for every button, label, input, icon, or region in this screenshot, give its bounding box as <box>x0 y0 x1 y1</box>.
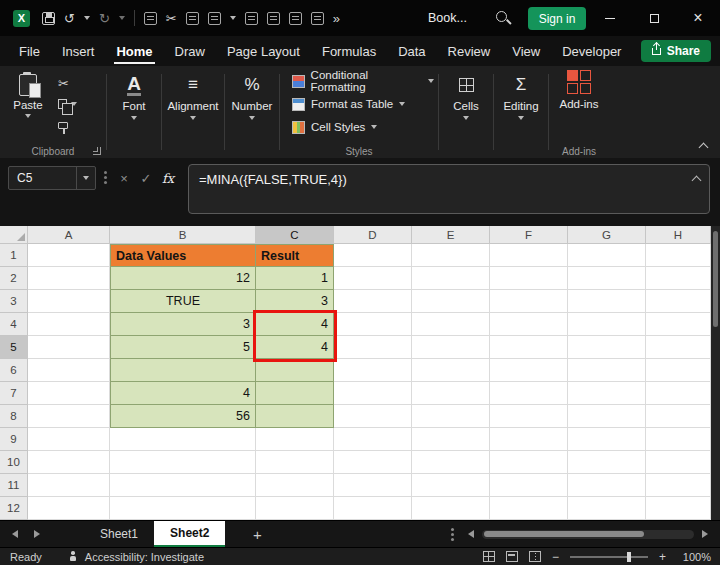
minimize-button[interactable] <box>588 0 632 36</box>
font-dropdown-icon[interactable] <box>131 116 137 120</box>
cell-styles-button[interactable]: Cell Styles <box>284 117 434 137</box>
number-group-button[interactable]: % Number <box>225 66 279 158</box>
column-header-A[interactable]: A <box>28 226 110 244</box>
font-group-button[interactable]: A Font <box>107 66 161 158</box>
editing-group-button[interactable]: Σ Editing <box>494 66 548 158</box>
cell-E11[interactable] <box>412 474 490 497</box>
cell-C4[interactable]: 4 <box>256 313 334 336</box>
cell-B9[interactable] <box>110 428 256 451</box>
cell-E12[interactable] <box>412 497 490 520</box>
new-sheet-button[interactable]: + <box>247 526 267 543</box>
cell-F12[interactable] <box>490 497 568 520</box>
cell-A5[interactable] <box>28 336 110 359</box>
sign-in-button[interactable]: Sign in <box>528 7 586 30</box>
cell-E9[interactable] <box>412 428 490 451</box>
column-header-H[interactable]: H <box>646 226 711 244</box>
cell-B7[interactable]: 4 <box>110 382 256 405</box>
cell-F8[interactable] <box>490 405 568 428</box>
row-header-10[interactable]: 10 <box>0 451 28 474</box>
formula-input[interactable]: =MINA({FALSE,TRUE,4}) <box>188 164 710 214</box>
cell-G3[interactable] <box>568 290 646 313</box>
cell-B5[interactable]: 5 <box>110 336 256 359</box>
cell-G9[interactable] <box>568 428 646 451</box>
row-header-9[interactable]: 9 <box>0 428 28 451</box>
clipboard-icon[interactable] <box>186 12 199 25</box>
cell-C7[interactable] <box>256 382 334 405</box>
cell-C5[interactable]: 4 <box>256 336 334 359</box>
menu-tab-formulas[interactable]: Formulas <box>311 36 387 66</box>
vertical-scrollbar-thumb[interactable] <box>713 231 718 327</box>
link-icon[interactable] <box>267 12 280 25</box>
column-header-F[interactable]: F <box>490 226 568 244</box>
cell-H7[interactable] <box>646 382 711 405</box>
cell-A6[interactable] <box>28 359 110 382</box>
menu-tab-view[interactable]: View <box>501 36 551 66</box>
cell-D12[interactable] <box>334 497 412 520</box>
cell-A3[interactable] <box>28 290 110 313</box>
accessibility-icon[interactable] <box>68 551 79 562</box>
excel-logo-icon[interactable]: X <box>13 10 30 27</box>
cell-G10[interactable] <box>568 451 646 474</box>
cell-G4[interactable] <box>568 313 646 336</box>
cell-F4[interactable] <box>490 313 568 336</box>
cell-G11[interactable] <box>568 474 646 497</box>
horizontal-scrollbar[interactable] <box>482 530 694 539</box>
cut-icon[interactable]: ✂ <box>166 12 177 25</box>
cell-H2[interactable] <box>646 267 711 290</box>
cell-G5[interactable] <box>568 336 646 359</box>
cells-group-button[interactable]: Cells <box>439 66 493 158</box>
cell-H3[interactable] <box>646 290 711 313</box>
cell-H9[interactable] <box>646 428 711 451</box>
menu-tab-draw[interactable]: Draw <box>164 36 216 66</box>
cell-A1[interactable] <box>28 244 110 267</box>
cell-A4[interactable] <box>28 313 110 336</box>
collapse-formula-bar-icon[interactable] <box>692 176 702 186</box>
cell-G1[interactable] <box>568 244 646 267</box>
cell-E7[interactable] <box>412 382 490 405</box>
cell-G7[interactable] <box>568 382 646 405</box>
save-icon[interactable] <box>42 12 55 25</box>
cell-C10[interactable] <box>256 451 334 474</box>
cell-C1[interactable]: Result <box>256 244 334 267</box>
cell-H12[interactable] <box>646 497 711 520</box>
menu-tab-developer[interactable]: Developer <box>551 36 632 66</box>
zoom-slider[interactable] <box>570 556 648 558</box>
column-header-B[interactable]: B <box>110 226 256 244</box>
paste-dropdown-icon[interactable] <box>25 114 31 118</box>
scroll-left-icon[interactable] <box>468 530 474 538</box>
cell-D11[interactable] <box>334 474 412 497</box>
cell-B2[interactable]: 12 <box>110 267 256 290</box>
cell-C8[interactable] <box>256 405 334 428</box>
cell-E10[interactable] <box>412 451 490 474</box>
cell-A11[interactable] <box>28 474 110 497</box>
cell-D4[interactable] <box>334 313 412 336</box>
cell-G2[interactable] <box>568 267 646 290</box>
cell-A7[interactable] <box>28 382 110 405</box>
cell-B8[interactable]: 56 <box>110 405 256 428</box>
new-document-icon[interactable] <box>245 12 258 25</box>
undo-dropdown-icon[interactable] <box>84 16 90 20</box>
spelling-icon[interactable] <box>289 12 302 25</box>
cell-H11[interactable] <box>646 474 711 497</box>
row-header-8[interactable]: 8 <box>0 405 28 428</box>
row-header-1[interactable]: 1 <box>0 244 28 267</box>
cell-A8[interactable] <box>28 405 110 428</box>
undo-icon[interactable]: ↺ <box>64 12 75 25</box>
cell-D5[interactable] <box>334 336 412 359</box>
menu-tab-home[interactable]: Home <box>105 36 163 66</box>
zoom-in-icon[interactable]: + <box>659 550 666 564</box>
cell-A10[interactable] <box>28 451 110 474</box>
cell-G12[interactable] <box>568 497 646 520</box>
cell-H10[interactable] <box>646 451 711 474</box>
cell-F1[interactable] <box>490 244 568 267</box>
cell-C11[interactable] <box>256 474 334 497</box>
cell-D10[interactable] <box>334 451 412 474</box>
cell-D1[interactable] <box>334 244 412 267</box>
cell-F5[interactable] <box>490 336 568 359</box>
cell-D3[interactable] <box>334 290 412 313</box>
cells-dropdown-icon[interactable] <box>463 116 469 120</box>
cell-B10[interactable] <box>110 451 256 474</box>
cell-E6[interactable] <box>412 359 490 382</box>
cell-B4[interactable]: 3 <box>110 313 256 336</box>
accessibility-status[interactable]: Accessibility: Investigate <box>85 551 204 563</box>
